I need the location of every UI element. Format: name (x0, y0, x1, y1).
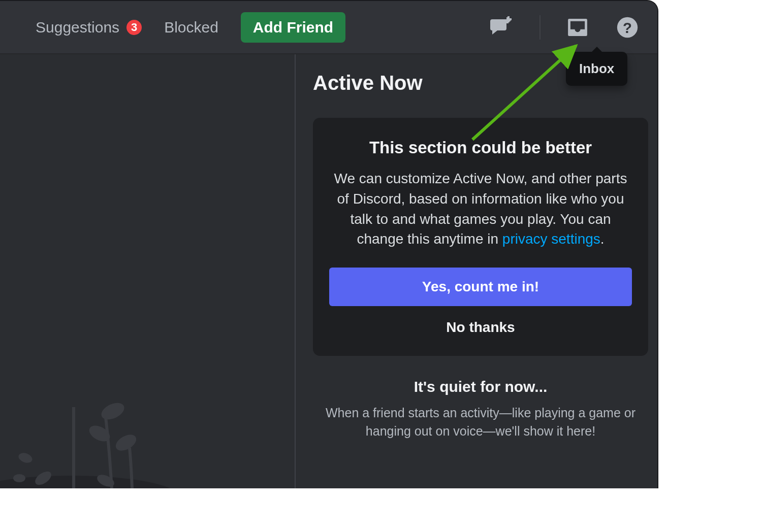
svg-point-4 (0, 476, 178, 488)
svg-point-9 (17, 451, 34, 464)
decorative-illustration (0, 372, 193, 488)
app-window: Suggestions 3 Blocked Add Friend (0, 0, 658, 488)
tab-suggestions[interactable]: Suggestions 3 (36, 19, 142, 36)
suggestions-badge: 3 (126, 20, 142, 35)
inbox-tooltip: Inbox (566, 52, 627, 86)
toolbar-divider (539, 15, 541, 40)
optin-yes-button[interactable]: Yes, count me in! (329, 268, 632, 306)
tab-blocked[interactable]: Blocked (164, 19, 218, 36)
card-heading: This section could be better (329, 138, 632, 157)
active-now-optin-card: This section could be better We can cust… (313, 118, 648, 356)
privacy-settings-link[interactable]: privacy settings (502, 231, 600, 247)
svg-point-7 (113, 431, 139, 454)
card-body-suffix: . (600, 231, 605, 247)
tab-suggestions-label: Suggestions (36, 19, 119, 36)
toolbar-right: ? (486, 13, 642, 42)
add-friend-button[interactable]: Add Friend (241, 12, 345, 43)
active-now-pane: Active Now This section could be better … (295, 54, 657, 488)
add-friend-label: Add Friend (253, 19, 333, 36)
help-icon[interactable]: ? (613, 13, 642, 42)
quiet-title: It's quiet for now... (321, 378, 640, 395)
content-area: Active Now This section could be better … (0, 54, 657, 488)
new-group-dm-icon[interactable] (486, 13, 515, 42)
inbox-icon[interactable] (563, 13, 592, 42)
svg-text:?: ? (623, 19, 632, 36)
card-body: We can customize Active Now, and other p… (329, 169, 632, 249)
friends-tabs: Suggestions 3 Blocked Add Friend (36, 12, 345, 43)
friends-list-pane (0, 54, 295, 488)
svg-point-5 (99, 400, 126, 423)
friends-toolbar: Suggestions 3 Blocked Add Friend (0, 1, 657, 54)
quiet-block: It's quiet for now... When a friend star… (313, 378, 648, 440)
quiet-body: When a friend starts an activity—like pl… (321, 404, 640, 440)
inbox-tooltip-label: Inbox (579, 61, 614, 76)
optin-no-button[interactable]: No thanks (329, 306, 632, 340)
tab-blocked-label: Blocked (164, 19, 218, 36)
svg-point-10 (13, 474, 25, 482)
svg-rect-1 (504, 19, 511, 21)
